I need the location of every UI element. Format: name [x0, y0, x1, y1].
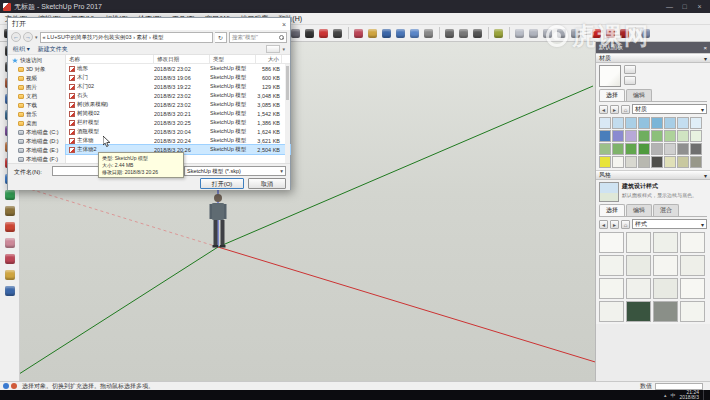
material-swatch[interactable] [638, 130, 650, 142]
style-thumbnail[interactable] [653, 232, 678, 253]
3d-text-tool-button[interactable] [331, 27, 344, 40]
sidebar-item[interactable]: 文档 [8, 92, 65, 101]
position-camera-button[interactable] [443, 27, 456, 40]
style-thumbnail[interactable] [626, 301, 651, 322]
material-swatch[interactable] [638, 117, 650, 129]
style-thumbnail[interactable] [599, 232, 624, 253]
style-thumbnail[interactable] [653, 255, 678, 276]
material-swatch[interactable] [651, 156, 663, 168]
geolocation-icon[interactable] [3, 383, 9, 389]
scrollbar-thumb[interactable] [286, 66, 289, 100]
material-swatch[interactable] [625, 117, 637, 129]
sidebar-item[interactable]: 本地磁盘 (D:) [8, 137, 65, 146]
tray-header[interactable]: 默认面板 × [596, 42, 710, 53]
style-thumbnail[interactable] [680, 301, 705, 322]
material-swatch[interactable] [638, 156, 650, 168]
file-row[interactable]: 树(效果模糊)2018/8/2 23:02SketchUp 模型3,085 KB [66, 100, 290, 109]
credits-icon[interactable] [11, 383, 17, 389]
open-button[interactable]: 打开(O) [200, 178, 244, 189]
styles-collapse-icon[interactable]: ▾ [704, 172, 707, 179]
material-swatch[interactable] [612, 130, 624, 142]
breadcrumb[interactable]: « LU+SU中的简单技巧外包装实例03 › 素材 › 模型 [40, 32, 213, 43]
material-swatch[interactable] [625, 130, 637, 142]
material-swatch[interactable] [651, 143, 663, 155]
section-plane-button[interactable] [492, 27, 505, 40]
view-top-button[interactable] [527, 27, 540, 40]
file-row[interactable]: 栏杆模型2018/8/3 20:25SketchUp 模型1,386 KB [66, 118, 290, 127]
ime-indicator[interactable]: 中 [671, 392, 676, 398]
3d-warehouse-button[interactable] [590, 27, 603, 40]
material-swatch[interactable] [690, 130, 702, 142]
materials-forward-button[interactable]: ▸ [610, 105, 619, 114]
eraser-tool-button[interactable] [3, 236, 17, 250]
material-swatch[interactable] [612, 143, 624, 155]
hidden-icons-button[interactable]: ▴ [664, 392, 667, 398]
style-thumbnail[interactable] [599, 278, 624, 299]
column-header[interactable]: 名称 [66, 55, 154, 64]
materials-tab-select[interactable]: 选择 [599, 89, 625, 101]
sidebar-item[interactable]: 桌面 [8, 119, 65, 128]
sidebar-item[interactable]: 图片 [8, 83, 65, 92]
sidebar-item[interactable]: 视频 [8, 74, 65, 83]
organize-button[interactable]: 组织 ▾ [13, 45, 30, 54]
materials-collection-dropdown[interactable]: 材质 ▾ [632, 104, 707, 114]
style-thumbnail[interactable] [680, 255, 705, 276]
file-row[interactable]: 树简模022018/8/3 20:21SketchUp 模型1,542 KB [66, 109, 290, 118]
view-mode-dropdown-icon[interactable]: ▾ [282, 46, 285, 52]
tape-measure-tool-button[interactable] [3, 204, 17, 218]
view-back-button[interactable] [569, 27, 582, 40]
material-swatch[interactable] [690, 117, 702, 129]
dialog-close-button[interactable]: × [282, 21, 286, 28]
zoom-extents-tool-button[interactable] [408, 27, 421, 40]
history-dropdown-icon[interactable]: ▾ [35, 34, 38, 40]
extension-warehouse-button[interactable] [618, 27, 631, 40]
material-swatch[interactable] [612, 117, 624, 129]
styles-section-header[interactable]: 风格 ▾ [596, 170, 710, 180]
file-list-scrollbar[interactable] [285, 64, 290, 163]
materials-back-button[interactable]: ◂ [599, 105, 608, 114]
scale-tool-button[interactable] [3, 188, 17, 202]
orbit-tool-button[interactable] [3, 252, 17, 266]
new-folder-button[interactable]: 新建文件夹 [38, 45, 68, 54]
file-row[interactable]: 木门022018/8/3 19:22SketchUp 模型129 KB [66, 82, 290, 91]
styles-tab-mix[interactable]: 混合 [653, 204, 679, 216]
file-row[interactable]: 石头2018/8/2 23:02SketchUp 模型3,048 KB [66, 91, 290, 100]
show-desktop-button[interactable] [703, 390, 706, 400]
column-header[interactable]: 大小 [256, 55, 282, 64]
zoom-tool-button[interactable] [3, 284, 17, 298]
text-tool-button[interactable] [303, 27, 316, 40]
search-input[interactable]: 搜索"模型" [229, 32, 287, 43]
styles-collection-dropdown[interactable]: 样式 ▾ [632, 219, 707, 229]
paint-bucket-button[interactable] [3, 220, 17, 234]
refresh-button[interactable]: ↻ [215, 32, 227, 43]
minimize-button[interactable]: — [662, 0, 677, 13]
zoom-tool-button[interactable] [380, 27, 393, 40]
file-row[interactable]: 主体物2018/8/3 20:24SketchUp 模型3,621 KB [66, 136, 290, 145]
style-thumbnail[interactable] [680, 232, 705, 253]
style-thumbnail[interactable] [653, 301, 678, 322]
view-right-button[interactable] [555, 27, 568, 40]
close-button[interactable]: × [692, 0, 707, 13]
style-thumbnail[interactable] [599, 255, 624, 276]
material-swatch[interactable] [664, 117, 676, 129]
create-material-button[interactable] [624, 65, 636, 74]
style-thumbnail[interactable] [680, 278, 705, 299]
sidebar-item[interactable]: 音乐 [8, 110, 65, 119]
material-swatch[interactable] [599, 143, 611, 155]
material-swatch[interactable] [677, 117, 689, 129]
pan-tool-button[interactable] [366, 27, 379, 40]
view-front-button[interactable] [541, 27, 554, 40]
back-button[interactable]: ← [11, 32, 21, 42]
orbit-tool-button[interactable] [352, 27, 365, 40]
sidebar-item[interactable]: 本地磁盘 (C:) [8, 128, 65, 137]
tray-close-icon[interactable]: × [703, 45, 707, 51]
sidebar-item[interactable]: 3D 对象 [8, 65, 65, 74]
model-info-button[interactable] [639, 27, 652, 40]
styles-forward-button[interactable]: ▸ [610, 220, 619, 229]
materials-collapse-icon[interactable]: ▾ [704, 55, 707, 62]
material-swatch[interactable] [599, 130, 611, 142]
styles-tab-select[interactable]: 选择 [599, 204, 625, 216]
material-swatch[interactable] [664, 156, 676, 168]
forward-button[interactable]: → [23, 32, 33, 42]
column-header[interactable]: 类型 [210, 55, 256, 64]
